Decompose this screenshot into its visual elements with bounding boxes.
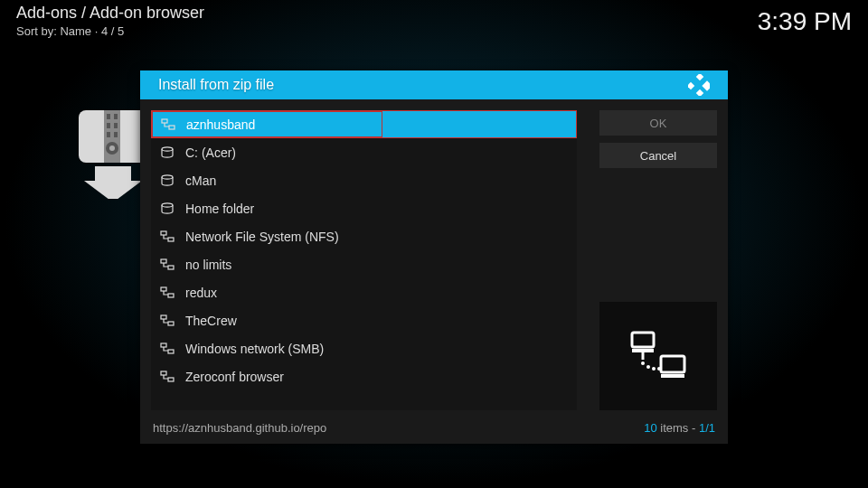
list-item[interactable]: TheCrew: [151, 306, 577, 334]
network-icon: [160, 286, 175, 299]
network-icon: [160, 258, 175, 271]
svg-rect-4: [107, 123, 110, 128]
svg-rect-33: [661, 356, 684, 372]
list-item[interactable]: aznhusband: [151, 110, 577, 138]
clock: 3:39 PM: [758, 7, 852, 36]
cancel-button[interactable]: Cancel: [599, 143, 717, 168]
svg-rect-12: [696, 89, 703, 96]
list-item[interactable]: Home folder: [151, 194, 577, 222]
list-item-label: C: (Acer): [185, 145, 568, 160]
svg-rect-31: [632, 333, 654, 347]
svg-rect-32: [632, 349, 654, 352]
network-share-icon: [627, 329, 690, 383]
svg-point-18: [162, 202, 173, 206]
dialog-footer: https://aznhusband.github.io/repo 10 ite…: [140, 416, 728, 444]
svg-rect-24: [168, 294, 174, 297]
svg-rect-7: [114, 132, 118, 137]
dialog-side-panel: OK Cancel: [599, 110, 717, 410]
svg-point-36: [646, 365, 650, 369]
list-item-label: Home folder: [185, 202, 568, 216]
dialog-title: Install from zip file: [158, 77, 274, 93]
svg-rect-23: [161, 287, 166, 291]
list-item[interactable]: Network File System (NFS): [151, 222, 577, 250]
footer-count: 10 items - 1/1: [644, 421, 715, 435]
svg-rect-27: [161, 343, 166, 347]
svg-rect-20: [168, 238, 174, 241]
list-item-label: Network File System (NFS): [185, 230, 568, 244]
svg-point-17: [162, 174, 173, 178]
network-icon: [160, 314, 175, 327]
svg-rect-21: [161, 259, 166, 263]
list-item-label: no limits: [185, 258, 568, 272]
list-item-label: Zeroconf browser: [185, 370, 568, 384]
list-item-label: aznhusband: [186, 117, 567, 132]
list-item[interactable]: no limits: [151, 250, 577, 278]
svg-rect-29: [161, 371, 166, 375]
svg-rect-22: [168, 266, 174, 269]
disk-icon: [160, 174, 175, 187]
breadcrumb: Add-ons / Add-on browser: [16, 4, 204, 23]
dialog-title-bar: Install from zip file: [140, 70, 728, 99]
disk-icon: [160, 202, 175, 215]
list-item[interactable]: redux: [151, 278, 577, 306]
svg-point-16: [162, 146, 173, 150]
sort-prefix: Sort by:: [16, 24, 60, 38]
disk-icon: [160, 146, 175, 159]
network-icon: [160, 343, 175, 355]
page-indicator: 4 / 5: [101, 24, 124, 38]
list-item-label: TheCrew: [185, 314, 568, 328]
svg-rect-10: [696, 74, 703, 80]
svg-rect-25: [161, 315, 166, 319]
list-item-label: redux: [185, 286, 568, 300]
ok-button[interactable]: OK: [599, 110, 717, 136]
header: Add-ons / Add-on browser Sort by: Name ·…: [16, 4, 204, 38]
sort-sep: ·: [91, 24, 101, 38]
list-item[interactable]: cMan: [151, 166, 577, 194]
svg-rect-34: [661, 374, 684, 378]
svg-rect-1: [104, 110, 120, 163]
svg-rect-5: [114, 123, 118, 128]
network-icon: [161, 118, 175, 131]
footer-path: https://aznhusband.github.io/repo: [153, 421, 326, 435]
svg-point-37: [652, 367, 656, 371]
footer-item-count: 10: [644, 421, 656, 435]
footer-items-word: items -: [657, 421, 699, 435]
svg-rect-11: [688, 82, 694, 89]
svg-rect-19: [161, 231, 166, 235]
svg-point-38: [657, 367, 661, 371]
kodi-logo-icon: [688, 74, 710, 96]
svg-rect-15: [169, 126, 175, 129]
svg-rect-3: [114, 114, 118, 119]
svg-point-9: [109, 145, 115, 151]
preview-thumbnail: [599, 302, 717, 410]
list-item[interactable]: Zeroconf browser: [151, 362, 577, 390]
list-item[interactable]: C: (Acer): [151, 138, 577, 166]
install-from-zip-dialog: Install from zip file aznhusbandC: (Acer…: [140, 70, 728, 444]
svg-rect-6: [107, 132, 110, 137]
svg-point-35: [641, 361, 645, 365]
svg-rect-30: [168, 378, 174, 381]
list-item-label: Windows network (SMB): [185, 342, 568, 356]
svg-rect-13: [702, 80, 710, 90]
footer-page: 1/1: [699, 421, 715, 435]
sort-value: Name: [60, 24, 91, 38]
zip-download-icon: [77, 108, 149, 199]
sort-line: Sort by: Name · 4 / 5: [16, 24, 204, 38]
svg-rect-26: [168, 322, 174, 325]
list-item[interactable]: Windows network (SMB): [151, 334, 577, 362]
list-item-label: cMan: [185, 174, 568, 188]
network-icon: [160, 230, 175, 243]
network-icon: [160, 371, 175, 383]
svg-rect-28: [168, 350, 174, 353]
svg-rect-14: [162, 119, 167, 123]
dialog-body: aznhusbandC: (Acer)cManHome folderNetwor…: [140, 99, 728, 416]
location-list[interactable]: aznhusbandC: (Acer)cManHome folderNetwor…: [151, 110, 577, 410]
svg-rect-2: [107, 114, 110, 119]
